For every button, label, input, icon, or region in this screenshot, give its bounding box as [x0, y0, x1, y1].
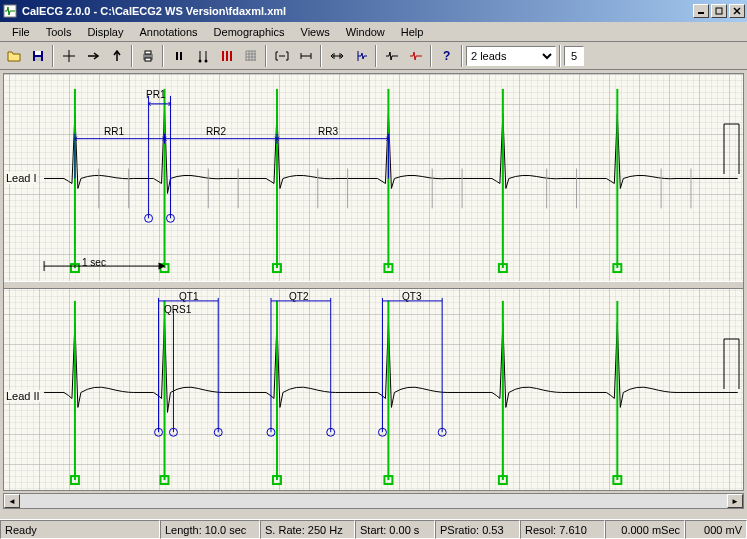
- svg-rect-16: [180, 52, 182, 60]
- arrow-right-button[interactable]: [81, 45, 104, 67]
- menu-display[interactable]: Display: [79, 24, 131, 40]
- annot-dots-button[interactable]: [191, 45, 214, 67]
- close-button[interactable]: [729, 4, 745, 18]
- title-bar: CalECG 2.0.0 - C:\CalECG2 WS Version\fda…: [0, 0, 747, 22]
- scroll-right-button[interactable]: ►: [727, 494, 743, 508]
- status-ready: Ready: [0, 520, 160, 539]
- status-resol: Resol: 7.610: [520, 520, 605, 539]
- rr3-label: RR3: [318, 126, 338, 137]
- open-button[interactable]: [2, 45, 25, 67]
- pr1-label: PR1: [146, 89, 165, 100]
- wave-cursor-button[interactable]: [349, 45, 372, 67]
- menu-help[interactable]: Help: [393, 24, 432, 40]
- menu-annotations[interactable]: Annotations: [132, 24, 206, 40]
- grid-button[interactable]: [239, 45, 262, 67]
- ecg-display[interactable]: Lead I Lead II: [3, 73, 744, 491]
- cal-pulse-2: [723, 329, 741, 399]
- rr2-label: RR2: [206, 126, 226, 137]
- qt2-label: QT2: [289, 291, 308, 302]
- zoom-brackets-button[interactable]: [270, 45, 293, 67]
- status-srate: S. Rate: 250 Hz: [260, 520, 355, 539]
- qt3-label: QT3: [402, 291, 421, 302]
- svg-rect-15: [176, 52, 178, 60]
- menu-views[interactable]: Views: [293, 24, 338, 40]
- wave1-button[interactable]: [380, 45, 403, 67]
- status-mv: 000 mV: [685, 520, 747, 539]
- crosshair-button[interactable]: [57, 45, 80, 67]
- svg-point-20: [204, 59, 207, 62]
- status-start: Start: 0.00 s: [355, 520, 435, 539]
- h-scrollbar[interactable]: ◄ ►: [3, 493, 744, 509]
- range-button[interactable]: [325, 45, 348, 67]
- menu-file[interactable]: File: [4, 24, 38, 40]
- svg-point-19: [198, 59, 201, 62]
- pause-button[interactable]: [167, 45, 190, 67]
- svg-rect-7: [35, 57, 41, 61]
- toolbar: ? 2 leads: [0, 42, 747, 70]
- app-icon: [2, 3, 18, 19]
- status-length: Length: 10.0 sec: [160, 520, 260, 539]
- menu-window[interactable]: Window: [338, 24, 393, 40]
- help-button[interactable]: ?: [435, 45, 458, 67]
- menu-demographics[interactable]: Demographics: [206, 24, 293, 40]
- menu-bar: File Tools Display Annotations Demograph…: [0, 22, 747, 42]
- svg-rect-13: [145, 51, 151, 54]
- timescale-label: 1 sec: [82, 257, 106, 268]
- cal-pulse-1: [723, 114, 741, 184]
- status-msec: 0.000 mSec: [605, 520, 685, 539]
- minimize-button[interactable]: [693, 4, 709, 18]
- svg-rect-6: [35, 51, 41, 55]
- main-area: Lead I Lead II: [0, 70, 747, 519]
- leads-select[interactable]: 2 leads: [466, 46, 556, 66]
- svg-text:?: ?: [443, 49, 450, 63]
- qrs1-label: QRS1: [164, 304, 191, 315]
- scroll-left-button[interactable]: ◄: [4, 494, 20, 508]
- annot-bars-button[interactable]: [215, 45, 238, 67]
- status-bar: Ready Length: 10.0 sec S. Rate: 250 Hz S…: [0, 519, 747, 539]
- print-button[interactable]: [136, 45, 159, 67]
- svg-rect-2: [716, 8, 722, 14]
- wave2-button[interactable]: [404, 45, 427, 67]
- extra-input[interactable]: [564, 46, 584, 66]
- menu-tools[interactable]: Tools: [38, 24, 80, 40]
- svg-rect-14: [145, 58, 151, 61]
- status-psratio: PSratio: 0.53: [435, 520, 520, 539]
- scroll-track[interactable]: [20, 494, 727, 508]
- save-button[interactable]: [26, 45, 49, 67]
- span-button[interactable]: [294, 45, 317, 67]
- arrow-up-button[interactable]: [105, 45, 128, 67]
- rr1-label: RR1: [104, 126, 124, 137]
- qt1-label: QT1: [179, 291, 198, 302]
- maximize-button[interactable]: [711, 4, 727, 18]
- window-title: CalECG 2.0.0 - C:\CalECG2 WS Version\fda…: [22, 5, 693, 17]
